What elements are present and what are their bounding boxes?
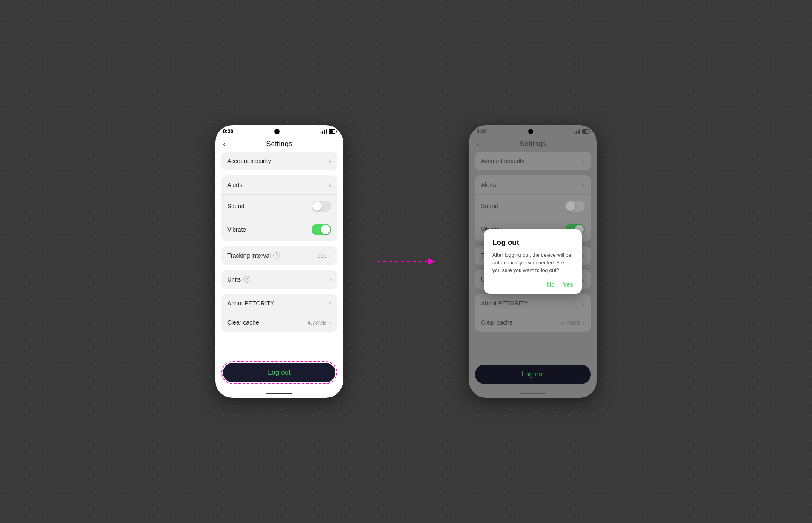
logout-dialog: Log out After logging out, the device wi… (484, 229, 582, 294)
item-right-account-security-1: › (329, 158, 331, 164)
item-tracking-interval-1[interactable]: Tracking interval ? 30s › (221, 246, 337, 265)
sound-toggle-knob-1 (312, 201, 322, 211)
item-label-tracking-1: Tracking interval ? (227, 252, 280, 259)
status-time-1: 9:30 (223, 129, 233, 135)
item-account-security-1[interactable]: Account security › (221, 152, 337, 170)
section-tracking-1: Tracking interval ? 30s › (221, 246, 337, 265)
item-about-1[interactable]: About PETORITY › (221, 294, 337, 313)
item-alerts-1[interactable]: Alerts › (221, 175, 337, 195)
item-units-1[interactable]: Units ? › (221, 270, 337, 289)
help-icon-tracking-1: ? (273, 252, 280, 259)
item-right-alerts-1: › (329, 181, 331, 188)
chevron-account-security-1: › (329, 158, 331, 164)
section-alerts-1: Alerts › Sound Vibrate (221, 175, 337, 241)
vibrate-toggle-1[interactable] (312, 224, 331, 235)
item-label-clear-cache-1: Clear cache (227, 319, 259, 326)
chevron-about-1: › (329, 300, 331, 307)
help-icon-units-1: ? (243, 276, 250, 283)
battery-fill-1 (329, 130, 333, 133)
dash-line (377, 261, 428, 262)
item-sound-1[interactable]: Sound (221, 195, 337, 218)
section-units-1: Units ? › (221, 270, 337, 289)
dialog-yes-button[interactable]: Yes (563, 281, 573, 288)
item-right-vibrate-1 (312, 224, 331, 235)
battery-icon-1 (329, 129, 335, 134)
dialog-no-button[interactable]: No (547, 281, 555, 288)
item-right-sound-1 (312, 201, 331, 212)
chevron-units-1: › (329, 276, 331, 283)
item-label-account-security-1: Account security (227, 158, 271, 164)
signal-icon-1 (320, 129, 327, 134)
logout-highlight-1: Log out (221, 361, 337, 384)
item-right-about-1: › (329, 300, 331, 307)
sound-toggle-1[interactable] (312, 201, 331, 212)
back-button-1[interactable]: ‹ (223, 140, 225, 148)
cache-size-1: 4.78MB (308, 319, 327, 326)
tracking-value-1: 30s (317, 253, 326, 259)
settings-list-1: Account security › Alerts › Sound (215, 152, 343, 356)
item-label-alerts-1: Alerts (227, 181, 243, 188)
status-bar-1: 9:30 (215, 125, 343, 136)
item-right-clear-cache-1: 4.78MB › (308, 319, 331, 326)
status-icons-1 (320, 129, 335, 134)
item-clear-cache-1[interactable]: Clear cache 4.78MB › (221, 313, 337, 332)
chevron-alerts-1: › (329, 181, 331, 188)
camera-notch-1 (274, 129, 280, 134)
vibrate-toggle-knob-1 (321, 225, 330, 234)
section-security-1: Account security › (221, 152, 337, 170)
chevron-clear-cache-1: › (329, 319, 331, 326)
item-label-units-1: Units ? (227, 276, 250, 283)
item-label-vibrate-1: Vibrate (227, 226, 246, 233)
dialog-actions: No Yes (492, 281, 573, 288)
arrow-container (377, 258, 435, 265)
section-about-1: About PETORITY › Clear cache 4.78MB › (221, 294, 337, 332)
logout-button-1[interactable]: Log out (223, 363, 335, 382)
dialog-overlay: Log out After logging out, the device wi… (469, 125, 597, 398)
item-right-units-1: › (329, 276, 331, 283)
dialog-title: Log out (492, 239, 573, 247)
arrow-head (428, 258, 435, 265)
phone-2: 9:30 ‹ Settings Account security › (469, 125, 597, 398)
app-bar-1: ‹ Settings (215, 136, 343, 152)
item-vibrate-1[interactable]: Vibrate (221, 218, 337, 241)
dashed-arrow (377, 258, 435, 265)
item-label-sound-1: Sound (227, 203, 244, 210)
item-right-tracking-1: 30s › (317, 252, 331, 259)
page-title-1: Settings (266, 140, 292, 148)
phone-1: 9:30 ‹ Settings Account security › (215, 125, 343, 398)
chevron-tracking-1: › (329, 252, 331, 259)
home-indicator-1 (266, 393, 292, 394)
logout-area-1: Log out (215, 356, 343, 393)
dialog-message: After logging out, the device will be au… (492, 251, 573, 274)
item-label-about-1: About PETORITY (227, 300, 274, 307)
